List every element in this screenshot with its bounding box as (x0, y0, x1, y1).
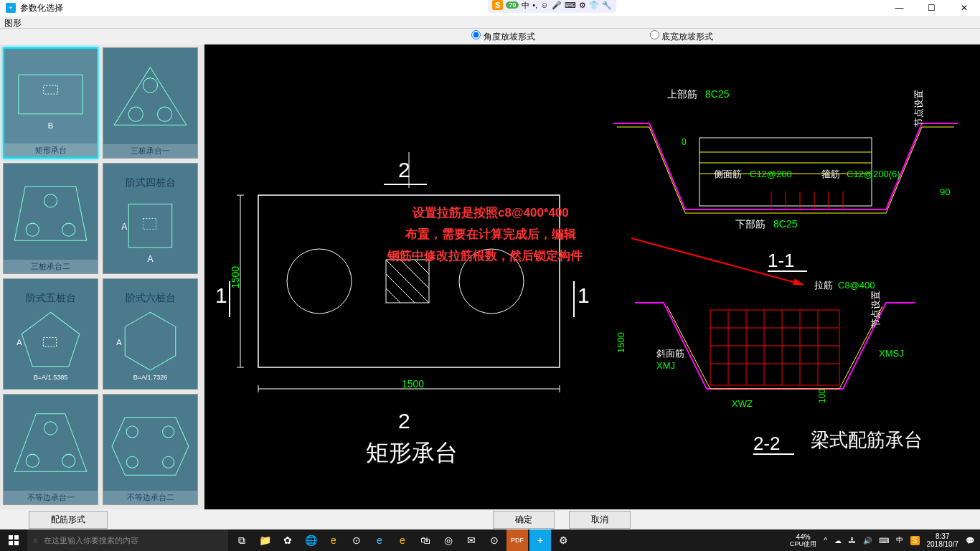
svg-text:A: A (17, 338, 22, 347)
tray-chevron-icon[interactable]: ^ (824, 537, 827, 545)
taskbar-app-pdf-icon[interactable]: PDF (507, 529, 528, 551)
drawing-canvas: 1 1 2 2 1500 1500 矩形承台 设置拉筋是按照c8@400*400… (204, 44, 980, 517)
svg-text:A: A (121, 222, 128, 232)
ime-logo-icon[interactable]: S (492, 0, 503, 10)
taskbar-app-1[interactable]: 📁 (254, 529, 275, 551)
svg-point-8 (44, 194, 57, 207)
svg-point-26 (44, 422, 57, 435)
thumb-label: 三桩承台二 (4, 260, 98, 273)
taskbar-app-4[interactable]: ◎ (438, 529, 459, 551)
svg-point-5 (128, 107, 143, 121)
ime-keyboard-icon[interactable]: ⌨ (565, 1, 576, 10)
node-setting: 节点设置 (913, 90, 924, 127)
dim-0: 0 (682, 137, 687, 147)
taskbar-app-active[interactable]: + (529, 529, 551, 551)
taskbar-app-store[interactable]: 🛍 (415, 529, 436, 551)
taskbar[interactable]: ○ 在这里输入你要搜索的内容 ⧉ 📁 ✿ 🌐 e ⊙ e e 🛍 ◎ ✉ ⊙ P… (0, 529, 980, 551)
taskbar-app-browser[interactable]: e (323, 529, 344, 551)
svg-marker-54 (793, 278, 804, 285)
ime-skin-icon[interactable]: 👕 (589, 1, 599, 10)
svg-point-4 (143, 78, 157, 93)
radio-angle-input[interactable] (471, 30, 481, 39)
svg-point-35 (287, 249, 352, 314)
maximize-button[interactable]: ☐ (915, 0, 948, 16)
taskbar-app-ie-icon[interactable]: e (392, 529, 413, 551)
tray-ime[interactable]: 中 (896, 535, 903, 545)
thumb-label: 不等边承台二 (103, 491, 197, 504)
taskbar-app-6[interactable]: ⚙ (552, 529, 574, 551)
thumb-art (4, 395, 98, 491)
xmj-label: XMJ (656, 360, 675, 371)
button-row: 配筋形式 确定 取消 (0, 509, 980, 529)
svg-point-9 (26, 223, 39, 236)
thumb-step-4pile[interactable]: 阶式四桩台AA 阶式四桩台 (103, 163, 198, 274)
thumb-uneq-cap-1[interactable]: 不等边承台一 (3, 394, 98, 505)
radio-angle-slope[interactable]: 角度放坡形式 (471, 30, 534, 43)
svg-line-40 (386, 288, 400, 303)
dim-1500-2: 1500 (616, 332, 626, 353)
thumb-tri-cap-2[interactable]: 三桩承台二 (3, 163, 98, 274)
thumb-step-6pile[interactable]: 阶式六桩台AB=A/1.7326 阶式六桩台 (103, 278, 198, 390)
start-button[interactable] (0, 529, 27, 551)
minimize-button[interactable]: — (883, 0, 915, 16)
svg-point-6 (158, 107, 172, 121)
svg-marker-25 (14, 414, 87, 472)
thumb-uneq-cap-2[interactable]: 不等边承台二 (103, 394, 198, 505)
app-icon: + (6, 3, 16, 13)
thumb-art: 阶式五桩台AB=A/1.5385 (4, 279, 98, 389)
cancel-button[interactable]: 取消 (569, 511, 631, 529)
rebar-form-button[interactable]: 配筋形式 (29, 511, 108, 529)
thumb-rect-cap[interactable]: B 矩形承台 (3, 47, 98, 159)
window-controls: — ☐ ✕ (883, 0, 980, 16)
ok-button[interactable]: 确定 (493, 511, 555, 529)
canvas-area[interactable]: 1 1 2 2 1500 1500 矩形承台 设置拉筋是按照c8@400*400… (204, 44, 980, 517)
cpu-meter[interactable]: 44% CPU使用 (790, 533, 816, 548)
thumb-step-5pile[interactable]: 阶式五桩台AB=A/1.5385 阶式五桩台 (3, 278, 98, 390)
taskbar-app-3[interactable]: ⊙ (346, 529, 367, 551)
tray-clock[interactable]: 8:37 2018/10/7 (927, 532, 959, 548)
thumb-tri-cap-1[interactable]: 三桩承台一 (103, 47, 198, 159)
sidebar[interactable]: B 矩形承台 三桩承台一 三桩承台二 阶式四桩台AA 阶式四桩 (0, 44, 204, 517)
slope-rebar-label: 斜面筋 (656, 348, 684, 359)
taskbar-app-edge[interactable]: e (369, 529, 390, 551)
taskbar-app-mail-icon[interactable]: ✉ (461, 529, 482, 551)
tray-volume-icon[interactable]: 🔊 (863, 537, 872, 545)
svg-line-41 (400, 260, 429, 288)
svg-text:阶式四桩台: 阶式四桩台 (126, 176, 176, 188)
tray-notifications-icon[interactable]: 💬 (966, 537, 974, 545)
radio-bottom-slope[interactable]: 底宽放坡形式 (650, 30, 713, 43)
main-area: B 矩形承台 三桩承台一 三桩承台二 阶式四桩台AA 阶式四桩 (0, 44, 980, 517)
svg-rect-34 (258, 195, 560, 367)
thumb-art (4, 164, 98, 260)
svg-point-30 (126, 426, 138, 438)
tray-onedrive-icon[interactable]: ☁ (834, 537, 842, 545)
tray-network-icon[interactable]: 🖧 (849, 537, 856, 545)
thumb-art: 阶式六桩台AB=A/1.7326 (103, 279, 197, 389)
ime-lang[interactable]: 中 (522, 0, 529, 11)
taskbar-app-fan-icon[interactable]: ✿ (277, 529, 298, 551)
taskbar-app-5[interactable]: ⊙ (484, 529, 505, 551)
tie-val: C8@400 (838, 280, 875, 291)
bottom-rebar-val: 8C25 (773, 218, 798, 230)
task-view-icon[interactable]: ⧉ (231, 529, 253, 551)
radio-bottom-input[interactable] (650, 30, 659, 39)
taskbar-search[interactable]: ○ 在这里输入你要搜索的内容 (27, 529, 228, 551)
thumb-art: B (4, 49, 97, 143)
ime-toolbar[interactable]: S 79 中 •, ☺ 🎤 ⌨ ⚙ 👕 🔧 (488, 0, 616, 13)
ime-punct[interactable]: •, (532, 1, 537, 9)
close-button[interactable]: ✕ (948, 0, 980, 16)
svg-rect-1 (44, 85, 58, 94)
svg-text:阶式六桩台: 阶式六桩台 (126, 292, 176, 303)
section-2-2-title: 2-2 (753, 433, 781, 454)
taskbar-app-2[interactable]: 🌐 (300, 529, 321, 551)
system-tray[interactable]: 44% CPU使用 ^ ☁ 🖧 🔊 ⌨ 中 S 8:37 2018/10/7 💬 (784, 532, 980, 548)
ime-tool-icon[interactable]: 🔧 (602, 1, 612, 10)
ime-emoji-icon[interactable]: ☺ (540, 1, 548, 9)
tray-keyboard-icon[interactable]: ⌨ (879, 537, 889, 545)
ime-voice-icon[interactable]: 🎤 (552, 1, 562, 10)
dim-90: 90 (940, 187, 950, 197)
svg-text:B: B (48, 121, 53, 130)
ime-settings-icon[interactable]: ⚙ (579, 1, 586, 10)
svg-point-33 (163, 456, 174, 468)
tray-sogou-icon[interactable]: S (910, 536, 920, 545)
